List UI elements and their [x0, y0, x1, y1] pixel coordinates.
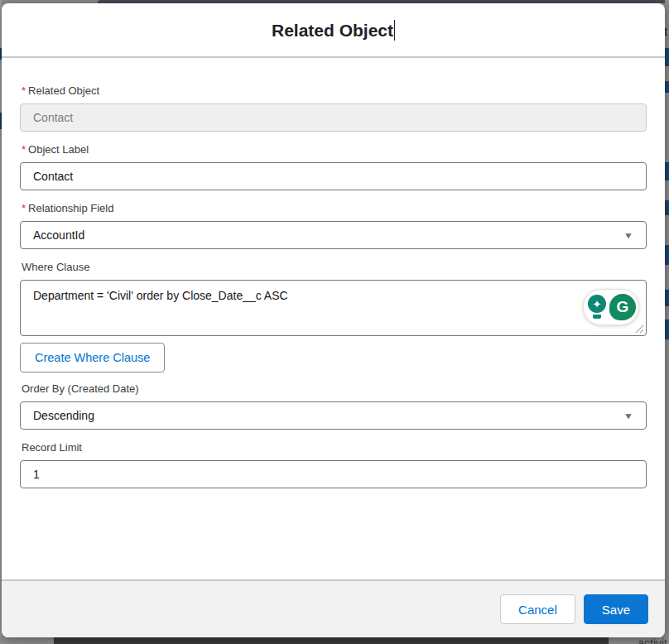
- where-clause-label: Where Clause: [22, 261, 647, 274]
- required-asterisk: *: [22, 143, 26, 156]
- relationship-field-selected-value: AccountId: [33, 228, 84, 242]
- related-object-modal: Related Object *Related Object *Object L…: [2, 3, 665, 637]
- background-right-strip: t: [665, 0, 669, 644]
- order-by-label: Order By (Created Date): [22, 382, 647, 396]
- background-right-accent: [665, 200, 669, 215]
- grammarly-widget[interactable]: ✦ G: [583, 289, 639, 325]
- field-record-limit: Record Limit: [20, 441, 647, 488]
- resize-handle-icon[interactable]: [635, 324, 644, 334]
- field-related-object: *Related Object: [20, 84, 647, 132]
- text-cursor: [394, 20, 395, 41]
- field-where-clause: Where Clause Department = 'Civil' order …: [20, 261, 647, 372]
- background-right-accent: [665, 320, 669, 339]
- where-clause-textarea[interactable]: Department = 'Civil' order by Close_Date…: [20, 280, 647, 336]
- grammarly-suggestion-icon[interactable]: ✦: [586, 294, 608, 320]
- lightbulb-base: [593, 315, 601, 319]
- background-right-accent: [665, 81, 669, 93]
- background-right-accent: [665, 245, 669, 265]
- modal-body: *Related Object *Object Label *Relations…: [2, 58, 665, 579]
- field-relationship-field: *Relationship Field AccountId ▼: [20, 202, 647, 249]
- relationship-field-label-text: Relationship Field: [28, 202, 113, 214]
- save-button[interactable]: Save: [584, 594, 648, 624]
- object-label-label-text: Object Label: [28, 143, 89, 156]
- background-bottom-corner-left: [0, 637, 54, 644]
- order-by-label-text: Order By (Created Date): [22, 382, 139, 395]
- lightbulb-star-icon: ✦: [593, 298, 602, 310]
- cancel-button[interactable]: Cancel: [500, 594, 575, 624]
- chevron-down-icon: ▼: [623, 411, 633, 421]
- grammarly-g-letter: G: [617, 298, 629, 316]
- background-right-accent: [665, 162, 669, 180]
- object-label-label: *Object Label: [22, 143, 647, 156]
- order-by-select[interactable]: Descending ▼: [20, 401, 647, 430]
- grammarly-logo-icon[interactable]: G: [609, 294, 636, 320]
- record-limit-label-text: Record Limit: [22, 441, 82, 454]
- relationship-field-label: *Relationship Field: [22, 202, 647, 215]
- record-limit-label: Record Limit: [22, 441, 647, 454]
- related-object-label-text: Related Object: [28, 84, 99, 97]
- where-clause-wrapper: Department = 'Civil' order by Close_Date…: [20, 280, 647, 336]
- field-order-by: Order By (Created Date) Descending ▼: [20, 382, 647, 430]
- required-asterisk: *: [22, 84, 26, 97]
- field-object-label: *Object Label: [20, 143, 647, 190]
- modal-header: Related Object: [2, 3, 665, 58]
- relationship-field-select[interactable]: AccountId ▼: [20, 221, 647, 249]
- record-limit-input[interactable]: [20, 460, 647, 488]
- background-right-accent: [665, 48, 669, 66]
- related-object-label: *Related Object: [22, 84, 647, 98]
- create-where-clause-button[interactable]: Create Where Clause: [20, 343, 165, 372]
- modal-title-text: Related Object: [272, 21, 393, 40]
- object-label-input[interactable]: [20, 162, 647, 190]
- background-bottom-corner-right: activit: [609, 637, 669, 644]
- background-right-accent: [665, 290, 669, 306]
- required-asterisk: *: [22, 202, 26, 214]
- chevron-down-icon: ▼: [623, 231, 633, 240]
- related-object-input: [20, 103, 647, 132]
- where-clause-label-text: Where Clause: [22, 261, 89, 273]
- background-clipped-text: activit: [638, 637, 667, 644]
- order-by-selected-value: Descending: [33, 409, 94, 422]
- modal-footer: Cancel Save: [2, 579, 665, 637]
- background-bottom-strip: activit: [0, 637, 669, 644]
- modal-title: Related Object: [272, 20, 395, 41]
